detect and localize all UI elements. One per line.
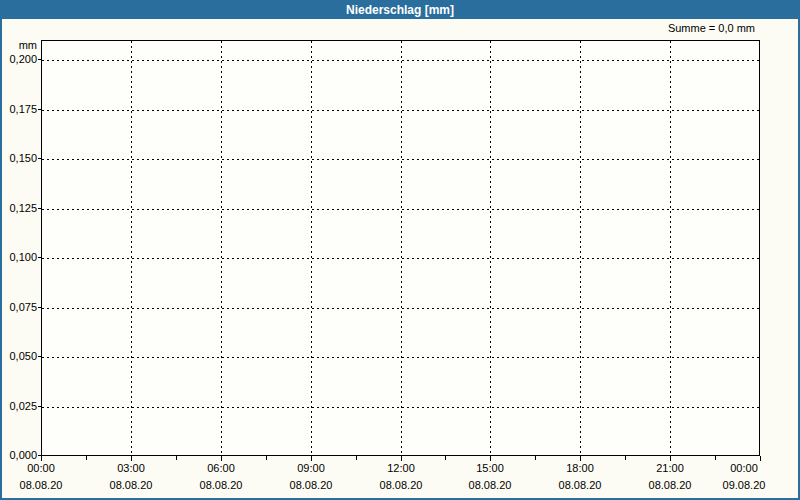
x-tick-mark <box>580 456 581 461</box>
y-tick-label: 0,125 <box>2 203 37 214</box>
chart-title: Niederschlag [mm] <box>346 3 454 17</box>
chart-title-bar: Niederschlag [mm] <box>2 2 798 19</box>
x-tick-time-label: 09:00 <box>279 463 343 474</box>
x-tick-mark <box>311 456 312 461</box>
v-gridline <box>221 41 222 455</box>
x-tick-time-label: 03:00 <box>99 463 163 474</box>
v-gridline <box>670 41 671 455</box>
x-tick-date-label: 08.08.20 <box>99 480 163 491</box>
x-tick-mark <box>670 456 671 461</box>
y-tick-label: 0,000 <box>2 450 37 461</box>
x-tick-time-label: 00:00 <box>9 463 73 474</box>
x-tick-date-label: 08.08.20 <box>548 480 612 491</box>
x-minor-tick-mark <box>535 456 536 460</box>
x-tick-date-label: 08.08.20 <box>9 480 73 491</box>
y-tick-label: 0,150 <box>2 153 37 164</box>
y-tick-label: 0,025 <box>2 401 37 412</box>
x-minor-tick-mark <box>715 456 716 460</box>
y-tick-label: 0,100 <box>2 252 37 263</box>
x-minor-tick-mark <box>445 456 446 460</box>
sum-annotation: Summe = 0,0 mm <box>668 23 755 34</box>
x-minor-tick-mark <box>176 456 177 460</box>
v-gridline <box>311 41 312 455</box>
y-tick-label: 0,050 <box>2 351 37 362</box>
y-tick-mark <box>38 158 41 159</box>
y-tick-mark <box>38 307 41 308</box>
v-gridline <box>490 41 491 455</box>
v-gridline <box>131 41 132 455</box>
x-tick-mark <box>41 456 42 461</box>
y-tick-mark <box>38 257 41 258</box>
plot-area <box>41 40 760 456</box>
y-tick-mark <box>38 208 41 209</box>
x-minor-tick-mark <box>266 456 267 460</box>
x-tick-date-label: 08.08.20 <box>638 480 702 491</box>
y-tick-mark <box>38 109 41 110</box>
x-tick-time-label: 15:00 <box>458 463 522 474</box>
x-tick-date-label: 08.08.20 <box>279 480 343 491</box>
x-tick-mark <box>131 456 132 461</box>
x-tick-mark <box>760 456 761 461</box>
y-axis-unit-label: mm <box>2 40 37 51</box>
x-tick-time-label: 12:00 <box>369 463 433 474</box>
y-tick-mark <box>38 59 41 60</box>
x-tick-date-label: 09.08.20 <box>712 480 776 491</box>
x-tick-mark <box>490 456 491 461</box>
x-tick-date-label: 08.08.20 <box>189 480 253 491</box>
y-tick-mark <box>38 406 41 407</box>
chart-window: Niederschlag [mm] Summe = 0,0 mm mm 0,00… <box>0 0 800 500</box>
y-tick-label: 0,075 <box>2 302 37 313</box>
x-tick-time-label: 18:00 <box>548 463 612 474</box>
x-tick-date-label: 08.08.20 <box>369 480 433 491</box>
x-minor-tick-mark <box>625 456 626 460</box>
x-minor-tick-mark <box>86 456 87 460</box>
x-tick-mark <box>221 456 222 461</box>
v-gridline <box>401 41 402 455</box>
x-tick-time-label: 06:00 <box>189 463 253 474</box>
y-tick-label: 0,200 <box>2 54 37 65</box>
x-tick-time-label: 00:00 <box>712 463 776 474</box>
v-gridline <box>580 41 581 455</box>
x-tick-time-label: 21:00 <box>638 463 702 474</box>
x-minor-tick-mark <box>356 456 357 460</box>
x-tick-date-label: 08.08.20 <box>458 480 522 491</box>
y-tick-label: 0,175 <box>2 104 37 115</box>
y-tick-mark <box>38 356 41 357</box>
x-tick-mark <box>401 456 402 461</box>
